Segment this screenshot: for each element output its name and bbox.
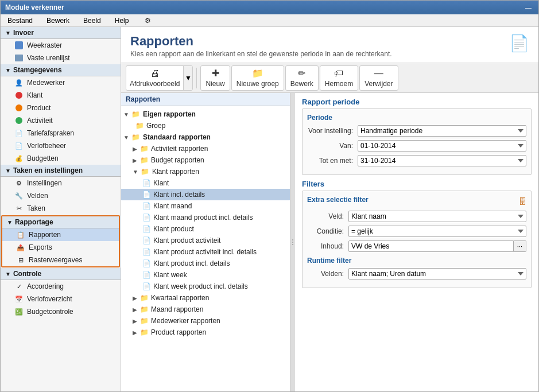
- accordering-icon: ✓: [14, 282, 24, 291]
- sidebar-item-medewerker[interactable]: 👤 Medewerker: [1, 76, 121, 89]
- sidebar-item-weekraster[interactable]: Weekraster: [1, 39, 121, 52]
- budget-collapse[interactable]: ▶: [133, 157, 137, 164]
- verwijder-icon: —: [374, 68, 383, 79]
- sidebar-item-vaste-urenlijst[interactable]: Vaste urenlijst: [1, 52, 121, 64]
- tree-item-activiteit-rapp[interactable]: ▶ 📁 Activiteit rapporten: [121, 143, 290, 154]
- menu-bewerk[interactable]: Bewerk: [44, 15, 72, 26]
- stamgegevens-label: Stamgegevens: [13, 66, 62, 74]
- tree-item-groep[interactable]: 📁 Groep: [121, 120, 290, 131]
- sidebar-section-taken[interactable]: ▼ Taken en instellingen: [1, 165, 121, 177]
- panel-splitter[interactable]: [290, 93, 295, 391]
- van-select[interactable]: 01-10-2014: [358, 140, 526, 152]
- tree-item-klant[interactable]: 📄 Klant: [121, 177, 290, 189]
- tree-item-medewerker-rapp[interactable]: ▶ 📁 Medewerker rapporten: [121, 315, 290, 327]
- sidebar-item-klant[interactable]: Klant: [1, 89, 121, 102]
- sidebar-item-product[interactable]: Product: [1, 102, 121, 114]
- tree-item-standaard[interactable]: ▼ 📁 Standaard rapporten: [121, 131, 290, 143]
- sidebar-item-accordering[interactable]: ✓ Accordering: [1, 280, 121, 293]
- menu-bestand[interactable]: Bestand: [5, 15, 35, 26]
- afdrukvoorbeeld-button[interactable]: 🖨 Afdrukvoorbeeld ▼: [126, 65, 193, 91]
- tot-select[interactable]: 31-10-2014: [358, 155, 526, 166]
- tree-item-budget-rapp[interactable]: ▶ 📁 Budget rapporten: [121, 154, 290, 166]
- weekraster-label: Weekraster: [27, 41, 62, 49]
- tree-item-klant-rapp[interactable]: ▼ 📁 Klant rapporten: [121, 166, 290, 177]
- product-rapp-collapse[interactable]: ▶: [133, 329, 137, 336]
- sidebar-item-rasterweergaves[interactable]: ⊞ Rasterweergaves: [2, 254, 119, 266]
- sidebar-item-budgetten[interactable]: 💰 Budgetten: [1, 152, 121, 165]
- veld-select[interactable]: Klant naam: [348, 211, 526, 222]
- sidebar-item-tariefafspraken[interactable]: 📄 Tariefafspraken: [1, 127, 121, 139]
- sidebar-section-stamgegevens[interactable]: ▼ Stamgegevens: [1, 64, 121, 76]
- tree-item-klant-week[interactable]: 📄 Klant week: [121, 269, 290, 281]
- budgetcontrole-label: Budgetcontrole: [27, 308, 73, 316]
- runtime-filter-section: Runtime filter Velden: Klant naam; Uren …: [307, 257, 526, 280]
- minimize-button[interactable]: —: [523, 4, 534, 11]
- groep-label: Groep: [146, 122, 165, 130]
- bewerk-button[interactable]: ✏ Bewerk: [285, 65, 319, 91]
- sidebar-section-rapportage[interactable]: ▼ Rapportage: [2, 216, 119, 228]
- exports-icon: 📤: [16, 243, 25, 252]
- sidebar-item-exports[interactable]: 📤 Exports: [2, 241, 119, 254]
- klant-rapp-collapse[interactable]: ▼: [133, 169, 138, 175]
- klant-maand-product-label: Klant maand product incl. details: [153, 214, 253, 222]
- activiteit-label: Activiteit: [27, 117, 53, 125]
- klant-label: Klant: [27, 91, 42, 99]
- sidebar-item-activiteit[interactable]: Activiteit: [1, 114, 121, 127]
- tree-item-product-rapp[interactable]: ▶ 📁 Product rapporten: [121, 327, 290, 338]
- kwartaal-collapse[interactable]: ▶: [133, 295, 137, 301]
- tree-item-klant-incl[interactable]: 📄 Klant incl. details: [121, 189, 290, 200]
- tree-item-eigen[interactable]: ▼ 📁 Eigen rapporten: [121, 108, 290, 120]
- medewerker-rapp-folder-icon: 📁: [139, 316, 149, 325]
- kwartaal-folder-icon: 📁: [139, 293, 149, 302]
- afdrukvoorbeeld-dropdown-arrow[interactable]: ▼: [183, 66, 192, 90]
- taken-icon: ✂: [14, 204, 24, 213]
- voor-instelling-select[interactable]: Handmatige periode: [358, 125, 526, 137]
- sidebar-item-verlofoverzicht[interactable]: 📅 Verlofoverzicht: [1, 293, 121, 305]
- inhoud-browse-button[interactable]: ···: [514, 240, 526, 252]
- klant-week-doc-icon: 📄: [142, 270, 151, 280]
- sidebar-item-taken[interactable]: ✂ Taken: [1, 202, 121, 215]
- tree-item-klant-product[interactable]: 📄 Klant product: [121, 223, 290, 235]
- standaard-collapse[interactable]: ▼: [123, 134, 129, 141]
- page-header: Rapporten Kies een rapport aan de linker…: [121, 27, 538, 63]
- medewerker-icon: 👤: [14, 78, 24, 87]
- rapportage-label: Rapportage: [15, 218, 53, 226]
- tree-item-klant-product-activiteit-incl[interactable]: 📄 Klant product activiteit incl. details: [121, 246, 290, 258]
- sidebar-section-controle[interactable]: ▼ Controle: [1, 268, 121, 280]
- budgetten-icon: 💰: [14, 154, 24, 163]
- sidebar-item-budgetcontrole[interactable]: 💹 Budgetcontrole: [1, 305, 121, 318]
- sidebar-item-instellingen[interactable]: ⚙ Instellingen: [1, 177, 121, 189]
- sidebar-item-velden[interactable]: 🔧 Velden: [1, 189, 121, 202]
- maand-collapse[interactable]: ▶: [133, 306, 137, 313]
- sidebar-item-rapporten[interactable]: 📋 Rapporten: [2, 228, 119, 241]
- tree-item-klant-maand-product[interactable]: 📄 Klant maand product incl. details: [121, 212, 290, 223]
- hernoem-button[interactable]: 🏷 Hernoem: [320, 65, 358, 91]
- tree-item-klant-week-product[interactable]: 📄 Klant week product incl. details: [121, 281, 290, 292]
- klant-product-label: Klant product: [153, 225, 194, 233]
- klant-maand-product-doc-icon: 📄: [142, 213, 151, 222]
- eigen-collapse[interactable]: ▼: [123, 111, 129, 118]
- menu-beeld[interactable]: Beeld: [81, 15, 103, 26]
- medewerker-rapp-collapse[interactable]: ▶: [133, 318, 137, 324]
- verwijder-button[interactable]: — Verwijder: [359, 65, 398, 91]
- inhoud-input[interactable]: [348, 240, 514, 252]
- tree-item-klant-maand[interactable]: 📄 Klant maand: [121, 200, 290, 212]
- sidebar-section-invoer[interactable]: ▼ Invoer: [1, 27, 121, 39]
- rasterweergaves-icon: ⊞: [16, 255, 25, 265]
- tree-item-klant-product-activiteit[interactable]: 📄 Klant product activiteit: [121, 235, 290, 246]
- van-label: Van:: [307, 142, 353, 150]
- menu-help[interactable]: Help: [113, 15, 131, 26]
- sidebar-item-verlofbeheer[interactable]: 📄 Verlofbeheer: [1, 139, 121, 152]
- nieuwe-groep-button[interactable]: 📁 Nieuwe groep: [231, 65, 284, 91]
- nieuw-button[interactable]: ✚ Nieuw: [200, 65, 230, 91]
- tree-item-kwartaal[interactable]: ▶ 📁 Kwartaal rapporten: [121, 292, 290, 304]
- sidebar: ▼ Invoer Weekraster Vaste urenlijst ▼ St…: [1, 27, 121, 391]
- tree-item-klant-product-incl[interactable]: 📄 Klant product incl. details: [121, 258, 290, 269]
- conditie-select[interactable]: = gelijk: [348, 226, 526, 237]
- velden-select[interactable]: Klant naam; Uren datum: [348, 268, 526, 280]
- activiteit-collapse[interactable]: ▶: [133, 146, 137, 152]
- budgetcontrole-icon: 💹: [14, 307, 24, 316]
- tree-item-maand[interactable]: ▶ 📁 Maand rapporten: [121, 304, 290, 315]
- gear-icon[interactable]: ⚙: [142, 15, 153, 26]
- verlofoverzicht-icon: 📅: [14, 294, 24, 304]
